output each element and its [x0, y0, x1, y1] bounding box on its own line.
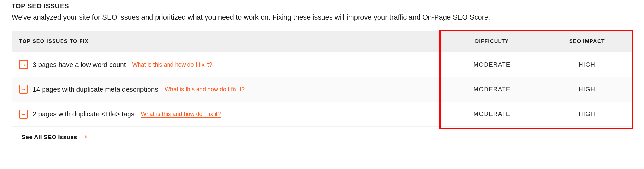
impact-value: HIGH: [542, 77, 632, 102]
help-link[interactable]: What is this and how do I fix it?: [132, 61, 212, 68]
return-arrow-icon: [19, 60, 28, 69]
arrow-right-icon: [81, 134, 88, 141]
section-title: TOP SEO ISSUES: [12, 3, 632, 10]
col-header-difficulty: DIFFICULTY: [442, 31, 542, 52]
issue-text: 14 pages with duplicate meta description…: [33, 85, 158, 93]
difficulty-value: MODERATE: [442, 77, 542, 102]
see-all-row: See All SEO Issues: [12, 127, 632, 148]
see-all-label: See All SEO Issues: [22, 134, 77, 141]
table-row: 14 pages with duplicate meta description…: [12, 77, 632, 102]
difficulty-value: MODERATE: [442, 102, 542, 127]
see-all-issues-link[interactable]: See All SEO Issues: [22, 134, 88, 141]
table-header: TOP SEO ISSUES TO FIX DIFFICULTY SEO IMP…: [12, 31, 632, 52]
impact-value: HIGH: [542, 102, 632, 127]
issues-table: TOP SEO ISSUES TO FIX DIFFICULTY SEO IMP…: [12, 31, 632, 148]
help-link[interactable]: What is this and how do I fix it?: [165, 86, 245, 93]
impact-value: HIGH: [542, 52, 632, 77]
table-row: 3 pages have a low word count What is th…: [12, 52, 632, 77]
help-link[interactable]: What is this and how do I fix it?: [141, 111, 221, 118]
difficulty-value: MODERATE: [442, 52, 542, 77]
return-arrow-icon: [19, 110, 28, 119]
col-header-impact: SEO IMPACT: [542, 31, 632, 52]
issue-text: 2 pages with duplicate <title> tags: [33, 110, 134, 118]
section-description: We've analyzed your site for SEO issues …: [12, 13, 632, 22]
issue-text: 3 pages have a low word count: [33, 61, 126, 68]
issues-table-wrapper: TOP SEO ISSUES TO FIX DIFFICULTY SEO IMP…: [12, 31, 632, 148]
return-arrow-icon: [19, 85, 28, 94]
table-row: 2 pages with duplicate <title> tags What…: [12, 102, 632, 127]
col-header-issues: TOP SEO ISSUES TO FIX: [12, 31, 442, 52]
seo-issues-section: TOP SEO ISSUES We've analyzed your site …: [0, 0, 644, 154]
